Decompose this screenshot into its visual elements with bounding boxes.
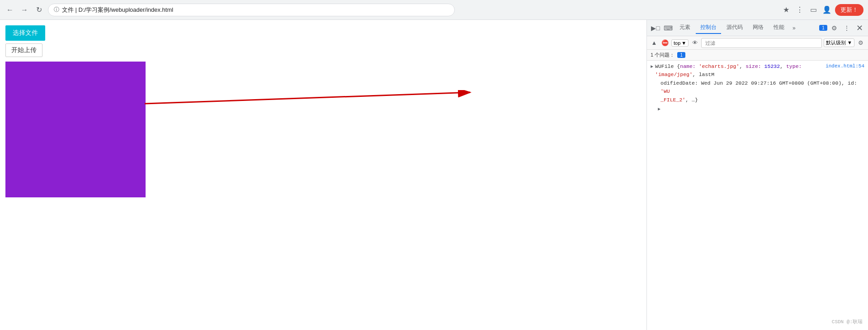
bookmark-button[interactable]: ★ [781,5,792,15]
svg-line-1 [145,92,470,104]
tab-console[interactable]: 控制台 [696,22,721,34]
devtools-more-button[interactable]: ⋮ [841,22,853,34]
page-content: 选择文件 开始上传 [0,20,646,330]
devtools-right-icons: 1 ⚙ ⋮ ✕ [819,22,865,34]
console-log-content: WUFile {name: 'echarts.jpg', size: 15232… [655,62,864,104]
profile-button[interactable]: 👤 [821,5,832,15]
start-upload-button[interactable]: 开始上传 [5,43,42,57]
console-log-line2: odifiedDate: Wed Jun 29 2022 09:27:16 GM… [660,79,864,96]
issues-count-badge: 1 [677,52,685,58]
live-expressions-button[interactable]: 👁 [690,38,699,48]
tab-network[interactable]: 网络 [748,22,768,34]
tab-search-button[interactable]: ⋮ [794,5,805,15]
console-source-link[interactable]: index.html:54 [826,62,864,79]
issues-bar: 1 个问题： 1 [647,50,868,61]
devtools-settings-button[interactable]: ⚙ [828,22,840,34]
log-level-select[interactable]: 默认级别 ▼ [824,38,854,47]
object-expand-arrow-icon[interactable]: ► [658,107,660,112]
csdn-watermark: CSDN @:耿瑞 [832,318,863,326]
back-button[interactable]: ← [5,5,15,15]
image-preview [5,62,146,197]
context-selector[interactable]: top ▼ [671,39,689,47]
console-log-line3: _FILE_2', …} [660,96,864,104]
console-expand-row: ► [651,104,864,113]
sidebar-button[interactable]: ▭ [808,5,819,15]
url-text: 文件 | D:/学习案例/webuploader/index.html [62,6,173,14]
address-bar: ⓘ 文件 | D:/学习案例/webuploader/index.html [48,4,455,16]
device-toolbar-button[interactable]: ⌨ [662,22,674,34]
tab-performance[interactable]: 性能 [769,22,789,34]
arrow-annotation [145,90,479,113]
console-output: ► WUFile {name: 'echarts.jpg', size: 152… [647,61,868,330]
refresh-button[interactable]: ↻ [33,5,44,15]
tab-sources[interactable]: 源代码 [722,22,747,34]
devtools-panel: ▶□ ⌨ 元素 控制台 源代码 网络 性能 » 1 ⚙ ⋮ ✕ ▲ ⛔ top … [646,20,868,330]
console-toolbar: ▲ ⛔ top ▼ 👁 默认级别 ▼ ⚙ [647,36,868,50]
browser-right-icons: ★ ⋮ ▭ 👤 更新！ [781,4,863,16]
issues-count-text: 1 个问题： [651,52,675,58]
devtools-toolbar: ▶□ ⌨ 元素 控制台 源代码 网络 性能 » 1 ⚙ ⋮ ✕ [647,20,868,36]
level-dropdown-icon: ▼ [847,40,852,45]
context-dropdown-icon: ▼ [681,40,686,46]
devtools-close-button[interactable]: ✕ [854,22,865,34]
console-settings-button[interactable]: ⚙ [856,38,865,48]
main-layout: 选择文件 开始上传 ▶□ ⌨ 元素 控制台 源代码 网络 性能 [0,20,868,330]
update-button[interactable]: 更新！ [835,4,863,16]
console-clear-button[interactable]: ⛔ [660,38,670,48]
tab-elements[interactable]: 元素 [675,22,695,34]
console-log-row: ► WUFile {name: 'echarts.jpg', size: 152… [651,62,864,104]
browser-chrome: ← → ↻ ⓘ 文件 | D:/学习案例/webuploader/index.h… [0,0,868,20]
select-file-button[interactable]: 选择文件 [5,25,45,41]
expand-arrow-icon[interactable]: ► [651,63,653,71]
console-block-button[interactable]: ▲ [650,38,659,48]
filter-input[interactable] [701,38,822,48]
context-label: top [674,40,680,46]
issues-badge: 1 [819,25,827,31]
forward-button[interactable]: → [19,5,30,15]
console-log-line1: WUFile {name: 'echarts.jpg', size: 15232… [655,62,826,79]
inspect-element-button[interactable]: ▶□ [650,22,661,34]
page-icon: ⓘ [54,6,59,14]
more-tabs-button[interactable]: » [790,23,798,33]
